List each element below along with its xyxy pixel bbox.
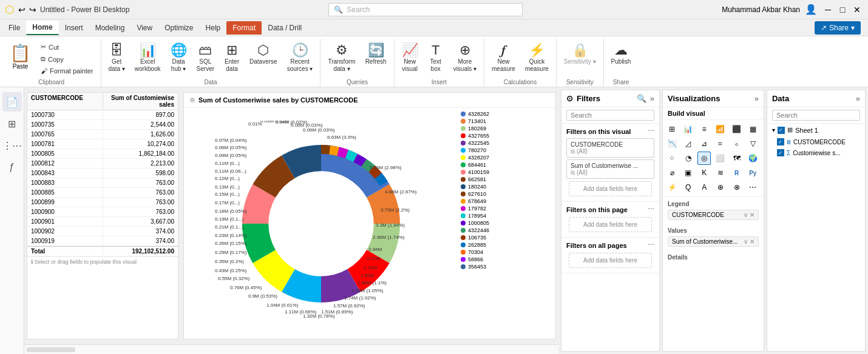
vis-scatter-icon[interactable]: ⁘ (665, 152, 679, 165)
vis-ais-icon[interactable]: ⚡ (665, 181, 679, 194)
table-row[interactable]: 1000883763.00 (27, 178, 178, 188)
table-row[interactable]: 10008122,213.00 (27, 159, 178, 169)
table-row[interactable]: 1000899763.00 (27, 198, 178, 207)
paste-button[interactable]: 📋 Paste (6, 41, 35, 72)
values-field-chevron-icon[interactable]: ∨ (744, 238, 748, 245)
data-expand-icon[interactable]: » (856, 94, 860, 103)
dataverse-button[interactable]: ⬡ Dataverse (246, 41, 281, 68)
global-search-bar[interactable]: 🔍 Search (328, 3, 523, 16)
field-customercode[interactable]: ✓ Ⅲ CUSTOMERCODE (767, 136, 865, 147)
filter-search-input[interactable] (566, 110, 654, 121)
table-row[interactable]: 1000885763.00 (27, 188, 178, 198)
text-box-button[interactable]: T Textbox (424, 41, 447, 75)
sheet-item[interactable]: ▾ ✓ ⊞ Sheet 1 (767, 124, 865, 136)
redo-icon[interactable]: ↪ (29, 5, 36, 15)
data-hub-button[interactable]: 🌐 Datahub ▾ (167, 41, 191, 75)
data-search-input[interactable] (772, 110, 860, 121)
vis-treemap-icon[interactable]: ⬜ (714, 152, 727, 165)
filter-search-icon[interactable]: 🔍 (637, 94, 646, 103)
recent-sources-button[interactable]: 🕒 Recentsources ▾ (283, 41, 317, 75)
table-row[interactable]: 10007352,544.00 (27, 120, 178, 130)
table-row[interactable]: 1000902374.00 (27, 227, 178, 236)
table-row[interactable]: 1000919374.00 (27, 236, 178, 246)
more-visuals-button[interactable]: ⊕ Morevisuals ▾ (450, 41, 480, 75)
menu-optimize[interactable]: Optimize (158, 21, 199, 35)
vis-kpi-icon[interactable]: K (697, 166, 711, 179)
values-field-remove-icon[interactable]: ✕ (750, 238, 754, 245)
add-fields-page-button[interactable]: Add data fields here (569, 217, 652, 232)
vis-kinfluence-icon[interactable]: ⊗ (730, 181, 744, 194)
table-row[interactable]: 100078110,274.00 (27, 139, 178, 149)
excel-workbook-button[interactable]: 📊 Excelworkbook (131, 41, 164, 75)
field-customiewise[interactable]: ✓ Σ Customiewise s... (767, 147, 865, 158)
share-button[interactable]: ↗ Share ▾ (815, 21, 861, 35)
vis-stacked-col-icon[interactable]: ⬛ (730, 122, 744, 136)
vis-bar-icon[interactable]: 📊 (682, 122, 695, 136)
vis-map-icon[interactable]: 🗺 (730, 152, 744, 165)
maximize-button[interactable]: □ (836, 4, 849, 16)
sheet-checkbox[interactable]: ✓ (778, 127, 785, 134)
menu-modeling[interactable]: Modeling (89, 21, 131, 35)
vis-slicer-icon[interactable]: ≋ (714, 166, 727, 179)
minimize-button[interactable]: ─ (822, 4, 834, 16)
filters-on-page-more-icon[interactable]: ⋯ (648, 205, 654, 213)
filter-customercode[interactable]: CUSTOMERCODE is (All) (566, 138, 654, 158)
vis-r-icon[interactable]: R (730, 166, 744, 179)
bottom-scrollbar[interactable] (24, 344, 558, 354)
vis-combo-icon[interactable]: ⊿ (697, 137, 711, 150)
vis-line-icon[interactable]: 📉 (665, 137, 679, 150)
sql-server-button[interactable]: 🗃 SQLServer (193, 41, 218, 75)
vis-qa-icon[interactable]: Q (682, 181, 695, 194)
filters-on-visual-more-icon[interactable]: ⋯ (648, 127, 654, 135)
vis-decomp-icon[interactable]: ⊕ (714, 181, 727, 194)
vis-table-icon[interactable]: ⊞ (665, 122, 679, 136)
menu-home[interactable]: Home (26, 21, 58, 35)
menu-help[interactable]: Help (200, 21, 227, 35)
field-customiewise-checkbox[interactable]: ✓ (777, 149, 784, 156)
vis-gauge-icon[interactable]: ⌀ (665, 166, 679, 179)
undo-icon[interactable]: ↩ (18, 5, 25, 15)
vis-smart-narr-icon[interactable]: A (697, 181, 711, 194)
table-row[interactable]: 10008051,862,184.00 (27, 149, 178, 159)
table-row[interactable]: 1000900763.00 (27, 207, 178, 217)
nav-dax-icon[interactable]: ƒ (2, 158, 22, 177)
vis-expand-icon[interactable]: » (754, 94, 759, 103)
add-fields-all-button[interactable]: Add data fields here (569, 253, 652, 268)
nav-report-icon[interactable]: 📄 (2, 92, 22, 112)
menu-format[interactable]: Format (226, 21, 262, 35)
filter-expand-icon[interactable]: » (650, 94, 654, 103)
menu-file[interactable]: File (2, 21, 26, 35)
cut-button[interactable]: ✂ Cut (37, 41, 97, 53)
table-row[interactable]: 10009013,667.00 (27, 217, 178, 227)
nav-model-icon[interactable]: ⋮⋯ (2, 136, 22, 155)
legend-field-remove-icon[interactable]: ✕ (750, 212, 754, 218)
format-painter-button[interactable]: 🖌 Format painter (37, 65, 97, 76)
new-measure-button[interactable]: 𝒇 Newmeasure (488, 41, 519, 75)
legend-field-pill[interactable]: CUSTOMERCODE ∨ ✕ (668, 210, 759, 220)
donut-chart-area[interactable]: 6.63M (3.9%) 5.06M (2.98%) 4.88M (2.87%)… (184, 108, 458, 339)
quick-measure-button[interactable]: ⚡ Quickmeasure (521, 41, 552, 75)
vis-funnel-icon[interactable]: ▽ (746, 137, 759, 150)
vis-ribbon-icon[interactable]: ⌗ (714, 137, 727, 150)
sensitivity-button[interactable]: 🔒 Sensitivity ▾ (560, 41, 600, 68)
vis-waterfall-icon[interactable]: ⬦ (730, 137, 744, 150)
table-row[interactable]: 1000843598.00 (27, 169, 178, 178)
close-button[interactable]: ✕ (851, 4, 863, 16)
new-visual-button[interactable]: 📈 Newvisual (398, 41, 422, 75)
menu-insert[interactable]: Insert (59, 21, 89, 35)
vis-area-icon[interactable]: ◿ (682, 137, 695, 150)
field-customercode-checkbox[interactable]: ✓ (777, 138, 784, 145)
refresh-button[interactable]: 🔄 Refresh (362, 41, 390, 68)
legend-field-chevron-icon[interactable]: ∨ (744, 212, 748, 218)
nav-data-icon[interactable]: ⊞ (2, 114, 22, 133)
vis-pie-icon[interactable]: ◔ (682, 152, 695, 165)
menu-data-drill[interactable]: Data / Drill (262, 21, 308, 35)
vis-more-icon[interactable]: ⋯ (746, 181, 759, 194)
table-row[interactable]: 10007651,626.00 (27, 130, 178, 139)
publish-button[interactable]: ☁ Publish (608, 41, 635, 68)
enter-data-button[interactable]: ⊞ Enterdata (220, 41, 243, 75)
add-fields-visual-button[interactable]: Add data fields here (569, 181, 652, 196)
vis-python-icon[interactable]: Py (746, 166, 759, 179)
table-row[interactable]: 1000730897.00 (27, 110, 178, 120)
vis-stacked-bar-icon[interactable]: ≡ (697, 122, 711, 136)
